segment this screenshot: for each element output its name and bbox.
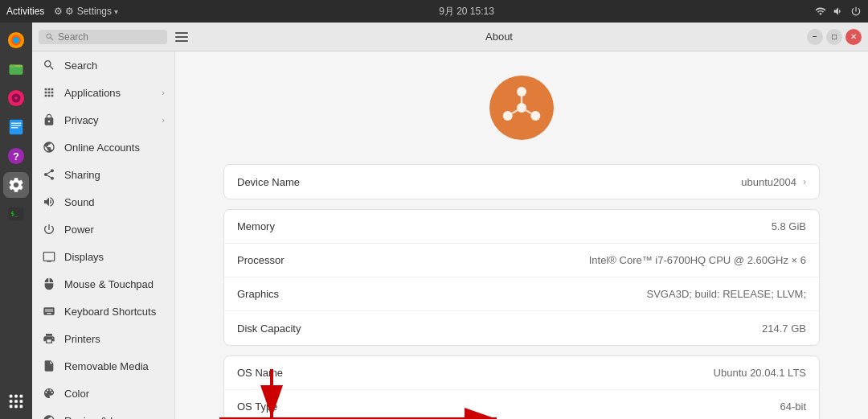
dock-icon-files[interactable] (3, 56, 29, 82)
sidebar-item-sound[interactable]: Sound (32, 188, 174, 216)
svg-rect-19 (20, 395, 23, 398)
sidebar: Search Applications › Privacy › (32, 51, 175, 419)
maximize-button[interactable]: □ (826, 29, 842, 45)
svg-rect-11 (11, 125, 22, 125)
chevron-down-icon: ▾ (114, 7, 118, 16)
sidebar-item-mouse[interactable]: Mouse & Touchpad (32, 270, 174, 298)
disk-label: Disk Capacity (237, 322, 366, 335)
network-icon (815, 6, 826, 17)
topbar-settings[interactable]: ⚙ ⚙ Settings ▾ (54, 6, 118, 17)
svg-rect-12 (11, 127, 18, 128)
os-name-row: OS Name Ubuntu 20.04.1 LTS (224, 356, 819, 390)
svg-text:$_: $_ (11, 210, 18, 217)
svg-rect-17 (10, 395, 13, 398)
topbar: Activities ⚙ ⚙ Settings ▾ 9月 20 15:13 (0, 0, 868, 23)
datetime-label: 9月 20 15:13 (439, 5, 494, 18)
settings-titlebar: About − □ ✕ (32, 23, 868, 51)
dock-icon-writer[interactable] (3, 114, 29, 140)
svg-point-30 (503, 111, 513, 121)
dock-icon-appgrid[interactable] (3, 388, 29, 414)
printers-icon (42, 331, 56, 346)
online-accounts-icon (42, 140, 56, 154)
sidebar-item-displays[interactable]: Displays (32, 243, 174, 270)
os-info-card: OS Name Ubuntu 20.04.1 LTS OS Type 64-bi… (223, 355, 820, 419)
processor-value: Intel® Core™ i7-6700HQ CPU @ 2.60GHz × 6 (589, 254, 806, 266)
sidebar-item-keyboard[interactable]: Keyboard Shortcuts (32, 298, 174, 325)
sidebar-item-label: Search (64, 60, 97, 72)
sidebar-item-applications[interactable]: Applications › (32, 79, 174, 106)
graphics-row: Graphics SVGA3D; build: RELEASE; LLVM; (224, 277, 819, 311)
sidebar-item-label: Displays (64, 251, 104, 263)
sidebar-item-region[interactable]: Region & Language (32, 407, 174, 419)
svg-rect-24 (14, 405, 18, 409)
close-button[interactable]: ✕ (845, 29, 862, 45)
disk-row: Disk Capacity 214.7 GB (224, 311, 819, 345)
settings-content: Search Applications › Privacy › (32, 51, 868, 419)
dock-icon-help[interactable]: ? (3, 143, 29, 169)
sidebar-item-sharing[interactable]: Sharing (32, 161, 174, 188)
topbar-settings-label: ⚙ Settings (65, 6, 112, 17)
svg-point-2 (13, 37, 18, 43)
sidebar-item-label: Privacy (64, 114, 99, 126)
sidebar-item-removable-media[interactable]: Removable Media (32, 352, 174, 380)
sidebar-item-label: Keyboard Shortcuts (64, 306, 156, 318)
processor-row: Processor Intel® Core™ i7-6700HQ CPU @ 2… (224, 244, 819, 277)
chevron-right-icon: › (162, 88, 165, 97)
search-icon (42, 58, 56, 72)
sidebar-item-power[interactable]: Power (32, 216, 174, 243)
volume-icon (833, 6, 844, 17)
sidebar-item-online-accounts[interactable]: Online Accounts (32, 134, 174, 161)
hamburger-button[interactable] (172, 27, 191, 47)
minimize-button[interactable]: − (807, 29, 823, 45)
sidebar-item-printers[interactable]: Printers (32, 325, 174, 352)
memory-value: 5.8 GiB (772, 220, 806, 232)
graphics-label: Graphics (237, 288, 366, 300)
sidebar-item-label: Printers (64, 333, 100, 345)
sidebar-item-label: Removable Media (64, 360, 149, 372)
search-box[interactable] (39, 30, 167, 44)
ubuntu-logo (223, 76, 820, 140)
sidebar-item-color[interactable]: Color (32, 380, 174, 407)
svg-text:?: ? (13, 150, 19, 162)
memory-row: Memory 5.8 GiB (224, 210, 819, 244)
svg-rect-21 (14, 400, 18, 403)
svg-point-29 (530, 111, 540, 121)
search-input[interactable] (58, 31, 154, 43)
applications-icon (42, 85, 56, 100)
device-name-label: Device Name (237, 176, 366, 188)
activities-button[interactable]: Activities (6, 6, 44, 17)
memory-label: Memory (237, 220, 366, 232)
color-icon (42, 386, 56, 401)
sidebar-item-label: Region & Language (64, 415, 157, 420)
dock-icon-music[interactable] (3, 85, 29, 111)
sidebar-item-privacy[interactable]: Privacy › (32, 106, 174, 134)
sidebar-item-search[interactable]: Search (32, 51, 174, 79)
hardware-info-card: Memory 5.8 GiB Processor Intel® Core™ i7… (223, 209, 820, 346)
main-panel: Device Name ubuntu2004 › Memory 5.8 GiB … (175, 51, 868, 419)
removable-media-icon (42, 359, 56, 373)
sidebar-item-label: Sound (64, 196, 95, 208)
dock-icon-settings[interactable] (3, 172, 29, 198)
svg-point-27 (517, 103, 526, 113)
chevron-right-icon: › (162, 115, 165, 125)
os-type-row: OS Type 64-bit (224, 390, 819, 419)
dock-icon-terminal[interactable]: $_ (3, 201, 29, 227)
svg-rect-22 (20, 400, 23, 403)
dock-icon-firefox[interactable] (3, 27, 29, 53)
displays-icon (42, 249, 56, 264)
os-type-value: 64-bit (780, 401, 806, 413)
os-type-label: OS Type (237, 401, 366, 413)
privacy-icon (42, 113, 56, 127)
svg-rect-4 (10, 67, 23, 74)
ubuntu-logo-svg (497, 84, 546, 132)
device-name-row[interactable]: Device Name ubuntu2004 › (224, 165, 819, 199)
gear-icon: ⚙ (54, 6, 63, 17)
svg-rect-5 (10, 65, 15, 68)
processor-label: Processor (237, 254, 366, 266)
disk-value: 214.7 GB (762, 322, 806, 335)
sidebar-item-label: Applications (64, 87, 121, 99)
window-title: About (485, 31, 513, 43)
os-name-label: OS Name (237, 367, 366, 379)
svg-rect-18 (14, 395, 18, 398)
svg-point-8 (14, 97, 18, 100)
